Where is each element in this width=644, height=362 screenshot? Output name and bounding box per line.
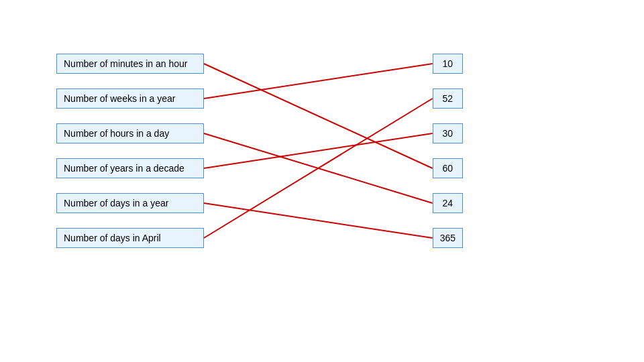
left-item-years-decade[interactable]: Number of years in a decade	[56, 158, 204, 178]
left-item-minutes-hour[interactable]: Number of minutes in an hour	[56, 54, 204, 74]
left-item-days-year[interactable]: Number of days in a year	[56, 193, 204, 213]
main-container: Number of minutes in an hourNumber of we…	[0, 0, 644, 362]
left-column: Number of minutes in an hourNumber of we…	[56, 54, 204, 263]
right-item-num-24[interactable]: 24	[433, 193, 463, 213]
right-item-num-365[interactable]: 365	[433, 228, 463, 248]
right-column: 1052306024365	[433, 54, 463, 263]
right-item-num-10[interactable]: 10	[433, 54, 463, 74]
svg-line-1	[204, 64, 433, 99]
svg-line-3	[204, 133, 433, 168]
left-item-hours-day[interactable]: Number of hours in a day	[56, 123, 204, 143]
right-item-num-52[interactable]: 52	[433, 88, 463, 109]
left-item-days-april[interactable]: Number of days in April	[56, 228, 204, 248]
svg-line-5	[204, 99, 433, 238]
right-item-num-30[interactable]: 30	[433, 123, 463, 143]
svg-line-0	[204, 64, 433, 168]
left-item-weeks-year[interactable]: Number of weeks in a year	[56, 88, 204, 109]
right-item-num-60[interactable]: 60	[433, 158, 463, 178]
svg-line-4	[204, 203, 433, 238]
svg-line-2	[204, 133, 433, 203]
